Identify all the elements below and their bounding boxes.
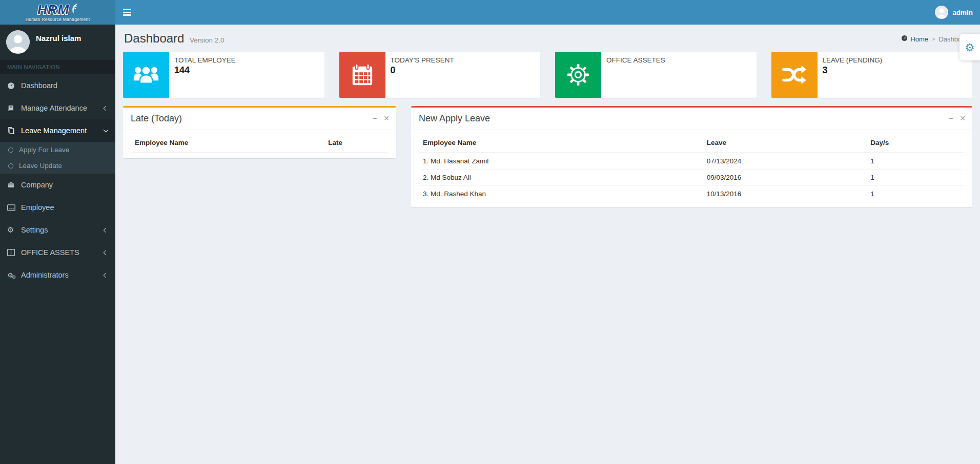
chevron-left-icon (104, 272, 109, 278)
collapse-minus-icon[interactable]: − (949, 115, 953, 122)
id-card-icon (7, 204, 21, 211)
gears-icon: ⚙⚙ (7, 271, 21, 279)
sidebar-item-employee[interactable]: Employee (0, 196, 115, 219)
chevron-left-icon (104, 227, 109, 233)
leave-management-submenu: Apply For Leave Leave Update (0, 142, 115, 174)
briefcase-icon (7, 181, 21, 188)
subitem-label: Apply For Leave (19, 146, 69, 154)
cell-leave-date: 09/03/2016 (703, 170, 867, 186)
cell-employee-name: 3. Md. Rashed Khan (419, 186, 703, 202)
close-x-icon[interactable]: ✕ (383, 115, 390, 122)
new-apply-leave-panel: New Apply Leave − ✕ Employee Name Leave … (411, 106, 972, 207)
main-content: Dashboard Version 2.0 Home > Dashboard (115, 25, 980, 464)
logo-title: HRM (37, 3, 69, 16)
chevron-down-icon (104, 128, 109, 133)
collapse-minus-icon[interactable]: − (373, 115, 377, 122)
files-icon (7, 126, 21, 135)
sidebar: Nazrul islam MAIN NAVIGATION Dashboard M… (0, 25, 115, 464)
column-header-late: Late (324, 133, 389, 153)
subitem-label: Leave Update (19, 162, 62, 170)
column-header-leave: Leave (703, 133, 867, 153)
late-today-panel: Late (Today) − ✕ Employee Name Late (123, 106, 396, 158)
breadcrumb-home-link[interactable]: Home (901, 35, 928, 43)
chevron-left-icon (104, 106, 109, 111)
info-box-value: 3 (823, 65, 883, 76)
table-row: 3. Md. Rashed Khan 10/13/2016 1 (419, 186, 965, 202)
users-icon (123, 52, 169, 98)
cell-days: 1 (866, 153, 965, 170)
logo-quill-icon (71, 4, 78, 15)
info-box-value: 0 (391, 65, 454, 76)
sidebar-subitem-leave-update[interactable]: Leave Update (0, 158, 115, 174)
brand-logo[interactable]: HRM Human Resource Management (0, 0, 115, 25)
cell-days: 1 (866, 186, 965, 202)
top-navbar: HRM Human Resource Management admin (0, 0, 980, 25)
columns-icon (7, 249, 21, 256)
sidebar-toggle-button[interactable] (115, 0, 138, 25)
leave-table: Employee Name Leave Day/s 1. Md. Hasanat… (419, 133, 965, 202)
gear-icon (555, 52, 601, 98)
control-sidebar-toggle-button[interactable]: ⚙ (959, 34, 980, 60)
sidebar-item-manage-attendance[interactable]: Manage Attendance (0, 97, 115, 119)
sidebar-user-name: Nazrul islam (36, 34, 81, 43)
sidebar-item-office-assets[interactable]: OFFICE ASSETS (0, 241, 115, 264)
info-box-office-assets: OFFICE ASSETES (555, 52, 757, 98)
home-dashboard-icon (901, 35, 908, 43)
table-row: 1. Md. Hasanat Zamil 07/13/2024 1 (419, 153, 965, 170)
panel-title: New Apply Leave (419, 113, 490, 123)
sidebar-item-label: Employee (21, 203, 54, 212)
column-header-employee-name: Employee Name (131, 133, 324, 153)
close-x-icon[interactable]: ✕ (959, 115, 966, 122)
sidebar-user-panel: Nazrul islam (0, 25, 115, 60)
column-header-days: Day/s (866, 133, 965, 153)
chevron-left-icon (104, 250, 109, 255)
cell-leave-date: 10/13/2016 (703, 186, 867, 202)
shuffle-icon (771, 52, 818, 98)
info-box-value: 144 (174, 65, 236, 76)
sidebar-subitem-apply-for-leave[interactable]: Apply For Leave (0, 142, 115, 158)
info-box-total-employee: TOTAL EMPLOYEE 144 (123, 52, 324, 98)
sidebar-menu: Dashboard Manage Attendance Leave Manage… (0, 74, 115, 286)
info-box-label: LEAVE (PENDING) (823, 56, 883, 64)
table-row: 2. Md Sobuz Ali 09/03/2016 1 (419, 170, 965, 186)
user-menu-button[interactable]: admin (935, 0, 980, 25)
hrm-app: HRM Human Resource Management admin (0, 0, 980, 464)
column-header-employee-name: Employee Name (419, 133, 703, 153)
page-subtitle: Version 2.0 (190, 36, 224, 44)
breadcrumb-separator: > (932, 36, 935, 42)
info-box-label: TOTAL EMPLOYEE (174, 56, 236, 64)
navbar-body: admin (115, 0, 980, 25)
cell-employee-name: 1. Md. Hasanat Zamil (419, 153, 703, 170)
cell-employee-name: 2. Md Sobuz Ali (419, 170, 703, 186)
page-title: Dashboard (124, 31, 184, 45)
book-icon (7, 104, 21, 112)
info-box-label: OFFICE ASSETES (606, 56, 665, 64)
sidebar-item-administrators[interactable]: ⚙⚙ Administrators (0, 264, 115, 286)
sidebar-item-leave-management[interactable]: Leave Management (0, 119, 115, 142)
info-box-leave-pending: LEAVE (PENDING) 3 (771, 52, 973, 98)
sidebar-avatar (6, 30, 30, 54)
info-box-todays-present: TODAY'S PRESENT 0 (339, 52, 541, 98)
hamburger-icon (123, 9, 131, 10)
sidebar-item-settings[interactable]: ⚙ Settings (0, 219, 115, 241)
sidebar-item-company[interactable]: Company (0, 174, 115, 196)
sidebar-section-header: MAIN NAVIGATION (0, 60, 115, 74)
panel-title: Late (Today) (131, 113, 182, 123)
sidebar-item-label: Administrators (21, 271, 69, 279)
sidebar-item-label: Leave Management (21, 126, 87, 135)
circle-icon (8, 163, 13, 168)
panels-row: Late (Today) − ✕ Employee Name Late (123, 106, 972, 207)
user-avatar (935, 6, 948, 19)
info-box-label: TODAY'S PRESENT (391, 56, 454, 64)
info-box-row: TOTAL EMPLOYEE 144 (123, 52, 972, 98)
sidebar-item-label: OFFICE ASSETS (21, 248, 79, 257)
user-name: admin (952, 9, 973, 16)
calendar-icon (339, 52, 385, 98)
sidebar-item-label: Company (21, 181, 53, 189)
gear-icon: ⚙ (7, 225, 21, 235)
sidebar-item-dashboard[interactable]: Dashboard (0, 74, 115, 97)
late-table: Employee Name Late (131, 133, 389, 153)
sidebar-item-label: Settings (21, 226, 48, 234)
circle-icon (8, 147, 13, 153)
gear-icon: ⚙ (965, 42, 975, 53)
